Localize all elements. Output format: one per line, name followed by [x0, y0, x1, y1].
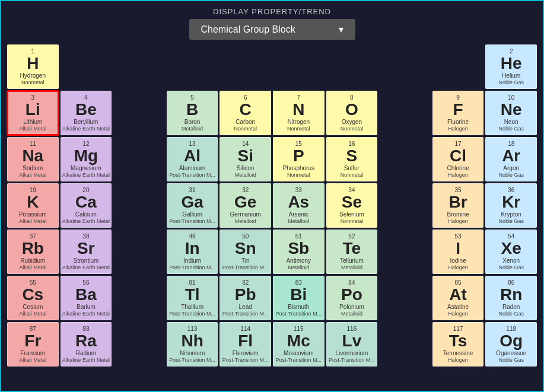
element-cell-po[interactable]: 84PoPoloniumMetalloid — [326, 276, 378, 320]
element-cell-ts[interactable]: 117TsTennessineHalogen — [432, 322, 484, 366]
element-cell-te[interactable]: 52TeTelluriumMetalloid — [326, 230, 378, 274]
element-cell-fr[interactable]: 87FrFranciumAlkali Metal — [7, 322, 59, 366]
empty-cell-r1-c8 — [379, 44, 431, 89]
element-cell-ra[interactable]: 88RaRadiumAlkaline Earth Metal — [61, 322, 112, 366]
element-cell-mg[interactable]: 12MgMagnesiumAlkaline Earth Metal — [61, 137, 112, 181]
element-cell-ca[interactable]: 20CaCalciumAlkaline Earth Metal — [61, 183, 112, 228]
element-name-po: Polonium — [328, 303, 376, 311]
element-cell-br[interactable]: 35BrBromineHalogen — [432, 183, 484, 228]
element-group-pb: Post-Transition M... — [221, 311, 269, 317]
element-group-n: Nonmetal — [275, 126, 323, 132]
element-cell-rn[interactable]: 86RnRadonNoble Gas — [485, 276, 537, 320]
element-cell-at[interactable]: 85AtAstatineHalogen — [432, 276, 484, 320]
element-cell-bi[interactable]: 83BiBismuthPost-Transition M... — [273, 276, 325, 320]
element-cell-se[interactable]: 34SeSeleniumNonmetal — [326, 183, 378, 228]
element-name-ge: Germanium — [221, 211, 269, 218]
element-cell-ar[interactable]: 18ArArgonNoble Gas — [485, 137, 537, 181]
element-cell-lv[interactable]: 116LvLivermoriumPost-Transition M... — [326, 322, 378, 366]
element-cell-ne[interactable]: 10NeNeonNoble Gas — [485, 91, 537, 135]
element-symbol-rn: Rn — [487, 286, 535, 303]
empty-cell-r1-c5 — [219, 44, 271, 89]
element-group-ga: Post-Transition M... — [168, 218, 217, 225]
element-name-in: Indium — [168, 257, 217, 264]
element-group-rn: Noble Gas — [487, 311, 535, 317]
element-cell-si[interactable]: 14SiSiliconMetalloid — [219, 137, 271, 181]
element-name-he: Helium — [487, 72, 535, 79]
element-name-s: Sulfur — [328, 164, 376, 172]
element-symbol-ra: Ra — [62, 333, 110, 349]
element-group-p: Nonmetal — [275, 172, 323, 179]
element-name-ga: Gallium — [168, 211, 217, 218]
element-group-cl: Halogen — [434, 172, 482, 179]
element-cell-cl[interactable]: 17ClChlorineHalogen — [432, 137, 484, 181]
periodic-table-container: DISPLAY PROPERTY/TREND Chemical Group Bl… — [0, 0, 544, 392]
element-cell-kr[interactable]: 36KrKryptonNoble Gas — [485, 183, 537, 228]
element-name-c: Carbon — [221, 118, 269, 126]
element-cell-sb[interactable]: 51SbAntimonyMetalloid — [273, 230, 325, 274]
element-cell-cs[interactable]: 55CsCesiumAlkali Metal — [7, 276, 59, 320]
element-cell-tl[interactable]: 81TlThalliumPost-Transition M... — [167, 276, 218, 320]
element-cell-nh[interactable]: 113NhNihoniumPost-Transition M... — [167, 322, 218, 366]
element-symbol-c: C — [221, 101, 269, 118]
element-cell-as[interactable]: 33AsArsenicMetalloid — [273, 183, 325, 228]
element-cell-ba[interactable]: 56BaBariumAlkaline Earth Metal — [61, 276, 112, 320]
element-group-o: Nonmetal — [328, 126, 376, 132]
element-cell-he[interactable]: 2HeHeliumNoble Gas — [485, 44, 537, 89]
element-cell-h[interactable]: 1HHydrogenNonmetal — [7, 44, 59, 89]
element-symbol-li: Li — [9, 101, 57, 118]
element-cell-og[interactable]: 118OgOganessonNoble Gas — [485, 322, 537, 366]
element-cell-rb[interactable]: 37RbRubidiumAlkali Metal — [7, 230, 59, 274]
element-group-i: Halogen — [434, 264, 482, 271]
element-cell-fl[interactable]: 114FlFleroviumPost-Transition M... — [219, 322, 271, 366]
element-name-ra: Radium — [62, 349, 110, 357]
element-group-na: Alkali Metal — [9, 172, 57, 179]
element-cell-mc[interactable]: 115McMoscoviumPost-Transition M... — [273, 322, 325, 366]
element-name-ts: Tennessine — [434, 349, 482, 357]
element-group-be: Alkaline Earth Metal — [62, 126, 110, 132]
element-cell-i[interactable]: 53IIodineHalogen — [432, 230, 484, 274]
element-cell-ga[interactable]: 31GaGalliumPost-Transition M... — [167, 183, 218, 228]
element-cell-ge[interactable]: 32GeGermaniumMetalloid — [219, 183, 271, 228]
element-name-o: Oxygen — [328, 118, 376, 126]
element-name-br: Bromine — [434, 211, 482, 218]
element-group-ar: Noble Gas — [487, 172, 535, 179]
element-name-ne: Neon — [487, 118, 535, 126]
element-group-ts: Halogen — [434, 357, 482, 364]
element-name-sr: Strontium — [62, 257, 110, 264]
element-cell-c[interactable]: 6CCarbonNonmetal — [219, 91, 271, 135]
element-symbol-ts: Ts — [434, 333, 482, 349]
element-cell-n[interactable]: 7NNitrogenNonmetal — [273, 91, 325, 135]
element-cell-s[interactable]: 16SSulfurNonmetal — [326, 137, 378, 181]
empty-cell-r4-c8 — [379, 183, 431, 228]
empty-cell-r7-c8 — [379, 322, 431, 366]
element-cell-o[interactable]: 8OOxygenNonmetal — [326, 91, 378, 135]
element-name-mg: Magnesium — [62, 164, 110, 172]
element-cell-al[interactable]: 13AlAluminumPost-Transition M... — [167, 137, 218, 181]
element-cell-li[interactable]: 3LiLithiumAlkali Metal — [7, 91, 59, 135]
element-symbol-kr: Kr — [487, 194, 535, 211]
element-group-f: Halogen — [434, 126, 482, 132]
element-group-rb: Alkali Metal — [9, 264, 57, 271]
element-symbol-lv: Lv — [328, 333, 376, 349]
element-cell-pb[interactable]: 82PbLeadPost-Transition M... — [219, 276, 271, 320]
element-group-s: Nonmetal — [328, 172, 376, 179]
element-cell-sr[interactable]: 38SrStrontiumAlkaline Earth Metal — [61, 230, 112, 274]
element-cell-be[interactable]: 4BeBerylliumAlkaline Earth Metal — [61, 91, 112, 135]
element-cell-p[interactable]: 15PPhosphorusNonmetal — [273, 137, 325, 181]
chemical-group-dropdown[interactable]: Chemical Group Block ▾ — [189, 19, 355, 40]
element-cell-f[interactable]: 9FFluorineHalogen — [432, 91, 484, 135]
element-cell-in[interactable]: 49InIndiumPost-Transition M... — [167, 230, 218, 274]
element-cell-b[interactable]: 5BBoronMetalloid — [167, 91, 218, 135]
empty-cell-r1-c2 — [61, 44, 112, 89]
element-cell-k[interactable]: 19KPotassiumAlkali Metal — [7, 183, 59, 228]
empty-cell-r2-c3 — [113, 91, 165, 135]
empty-cell-r3-c3 — [113, 137, 165, 181]
element-symbol-fr: Fr — [9, 333, 57, 349]
element-symbol-p: P — [275, 148, 323, 164]
element-name-as: Arsenic — [275, 211, 323, 218]
element-symbol-cl: Cl — [434, 148, 482, 164]
element-symbol-pb: Pb — [221, 286, 269, 303]
element-cell-na[interactable]: 11NaSodiumAlkali Metal — [7, 137, 59, 181]
element-cell-sn[interactable]: 50SnTinPost-Transition M... — [219, 230, 271, 274]
element-cell-xe[interactable]: 54XeXenonNoble Gas — [485, 230, 537, 274]
